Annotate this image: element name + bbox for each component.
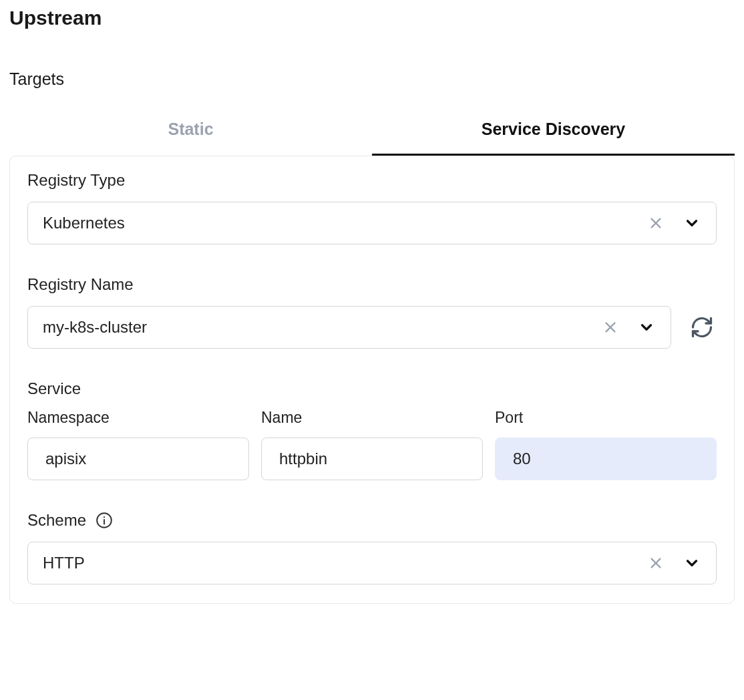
chevron-down-icon[interactable] xyxy=(680,551,704,575)
registry-type-field: Registry Type Kubernetes xyxy=(27,171,717,244)
service-field-group: Service Namespace Name Port xyxy=(27,379,717,480)
registry-name-label: Registry Name xyxy=(27,275,717,294)
scheme-label: Scheme xyxy=(27,511,86,530)
tab-static-label: Static xyxy=(168,120,213,138)
clear-icon[interactable] xyxy=(598,315,622,339)
scheme-field: Scheme HTTP xyxy=(27,511,717,584)
registry-type-select[interactable]: Kubernetes xyxy=(27,202,717,244)
service-heading: Service xyxy=(27,379,717,398)
tab-static[interactable]: Static xyxy=(9,110,372,156)
registry-name-select[interactable]: my-k8s-cluster xyxy=(27,306,671,349)
tab-service-discovery-label: Service Discovery xyxy=(482,120,625,138)
svg-point-6 xyxy=(104,516,105,518)
clear-icon[interactable] xyxy=(644,211,668,235)
section-title-targets: Targets xyxy=(9,69,735,89)
chevron-down-icon[interactable] xyxy=(680,211,704,235)
service-port-col: Port xyxy=(495,409,717,480)
registry-type-label: Registry Type xyxy=(27,171,717,190)
page-title: Upstream xyxy=(9,7,735,29)
refresh-icon[interactable] xyxy=(687,313,717,342)
service-namespace-input[interactable] xyxy=(27,437,249,480)
clear-icon[interactable] xyxy=(644,551,668,575)
scheme-value: HTTP xyxy=(43,554,644,572)
targets-tabs: Static Service Discovery xyxy=(9,110,735,156)
scheme-select[interactable]: HTTP xyxy=(27,542,717,584)
service-name-label: Name xyxy=(261,409,483,427)
service-port-input[interactable] xyxy=(495,437,717,480)
chevron-down-icon[interactable] xyxy=(634,315,659,339)
service-port-label: Port xyxy=(495,409,717,427)
info-icon[interactable] xyxy=(96,512,113,529)
service-name-input[interactable] xyxy=(261,437,483,480)
service-namespace-col: Namespace xyxy=(27,409,249,480)
service-namespace-label: Namespace xyxy=(27,409,249,427)
service-discovery-panel: Registry Type Kubernetes Registry Name m… xyxy=(9,156,735,604)
tab-service-discovery[interactable]: Service Discovery xyxy=(372,110,735,156)
registry-name-value: my-k8s-cluster xyxy=(43,318,598,337)
registry-name-field: Registry Name my-k8s-cluster xyxy=(27,275,717,349)
registry-type-value: Kubernetes xyxy=(43,214,644,232)
service-name-col: Name xyxy=(261,409,483,480)
